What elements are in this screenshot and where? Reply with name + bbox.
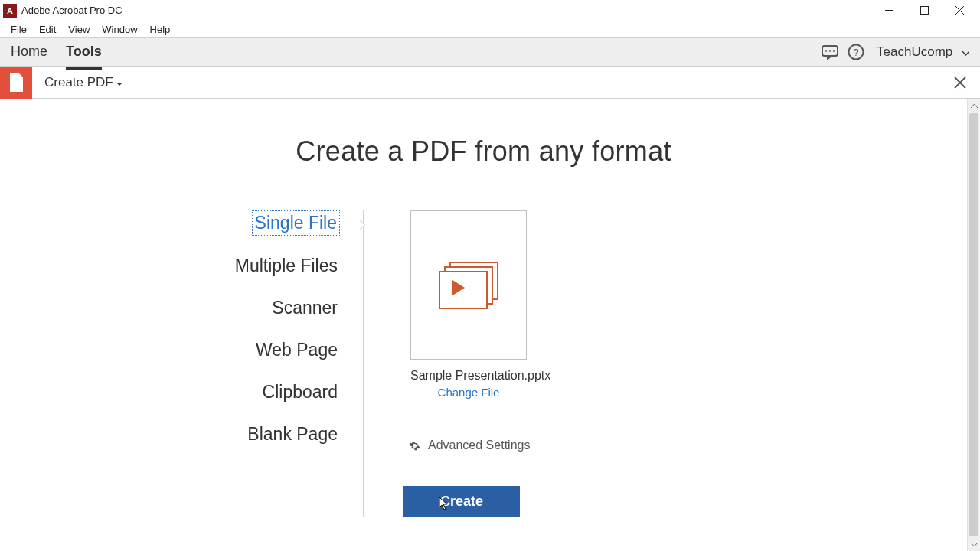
tool-title-label: Create PDF (44, 75, 113, 90)
svg-point-6 (829, 50, 831, 52)
tool-title-dropdown[interactable]: Create PDF (44, 75, 122, 90)
menu-view[interactable]: View (62, 22, 96, 37)
scroll-down-icon[interactable] (968, 538, 980, 551)
source-scanner[interactable]: Scanner (270, 296, 340, 320)
username-label: TeachUcomp (877, 44, 952, 59)
advanced-settings-link[interactable]: Advanced Settings (408, 439, 530, 452)
maximize-button[interactable] (906, 0, 942, 21)
svg-rect-1 (920, 7, 928, 15)
nav-tools[interactable]: Tools (66, 41, 109, 64)
source-type-list: Single File Multiple Files Scanner Web P… (0, 210, 364, 517)
file-preview[interactable] (410, 210, 527, 360)
user-menu[interactable]: TeachUcomp (877, 44, 969, 60)
vertical-scrollbar[interactable] (967, 99, 980, 551)
create-pdf-tool-icon (0, 67, 32, 99)
menu-window[interactable]: Window (96, 22, 143, 37)
gear-icon (408, 439, 420, 452)
tool-header: Create PDF (0, 67, 980, 99)
source-single-file[interactable]: Single File (252, 210, 340, 236)
menu-help[interactable]: Help (144, 22, 177, 37)
create-button[interactable]: Create (403, 486, 520, 517)
page-heading: Create a PDF from any format (0, 135, 967, 168)
menu-bar: File Edit View Window Help (0, 21, 980, 38)
advanced-settings-label: Advanced Settings (428, 439, 530, 452)
nav-home[interactable]: Home (11, 41, 55, 64)
help-icon[interactable]: ? (846, 42, 866, 62)
chevron-down-icon (962, 44, 969, 59)
menu-file[interactable]: File (5, 22, 33, 37)
source-web-page[interactable]: Web Page (253, 338, 340, 362)
source-multiple-files[interactable]: Multiple Files (233, 254, 340, 278)
svg-text:?: ? (853, 47, 858, 58)
source-blank-page[interactable]: Blank Page (245, 422, 340, 446)
menu-edit[interactable]: Edit (33, 22, 62, 37)
chevron-down-icon (116, 75, 122, 90)
change-file-link[interactable]: Change File (410, 386, 527, 399)
scroll-up-icon[interactable] (968, 99, 980, 112)
scroll-thumb[interactable] (969, 113, 978, 536)
window-title: Adobe Acrobat Pro DC (21, 5, 871, 16)
presentation-file-icon (439, 262, 498, 309)
close-tool-button[interactable] (945, 67, 975, 98)
source-clipboard[interactable]: Clipboard (260, 380, 340, 404)
close-window-button[interactable] (942, 0, 977, 21)
selected-filename: Sample Presentation.pptx (410, 369, 527, 383)
svg-point-5 (825, 50, 828, 52)
notifications-icon[interactable] (820, 42, 840, 62)
minimize-button[interactable] (871, 0, 906, 21)
svg-point-7 (833, 50, 835, 52)
app-icon: A (3, 4, 17, 18)
nav-bar: Home Tools ? TeachUcomp (0, 38, 980, 67)
